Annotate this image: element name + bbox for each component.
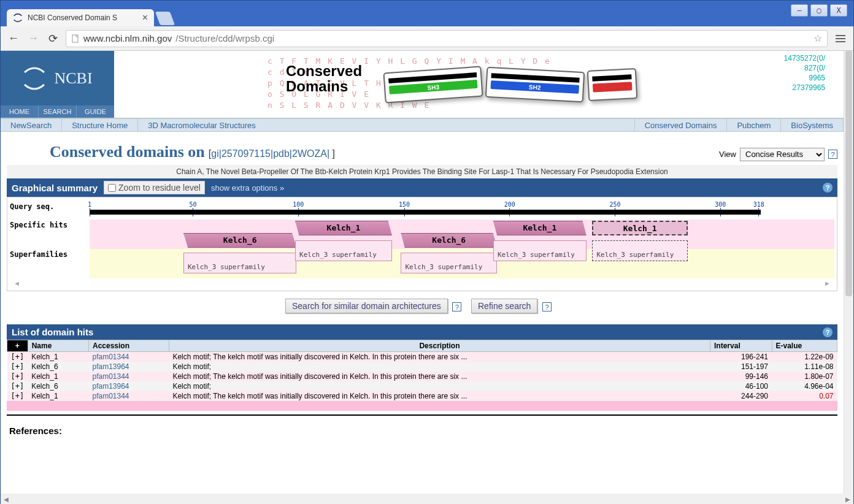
search-similar-arch-button[interactable]: Search for similar domain architectures xyxy=(285,299,448,313)
sf-box-2[interactable]: Kelch_3 superfamily xyxy=(295,240,392,261)
browser-tab[interactable]: NCBI Conserved Domain S × xyxy=(7,9,154,26)
hit-accession[interactable]: pfam01344 xyxy=(88,372,169,381)
refine-search-button[interactable]: Refine search xyxy=(471,299,537,313)
chain-description: Chain A, The Novel Beta-Propeller Of The… xyxy=(7,165,837,178)
svg-rect-0 xyxy=(72,35,78,42)
page-viewport: NCBI HOME SEARCH GUIDE c T F T M K E V I… xyxy=(1,51,853,494)
domain-kelch1-1[interactable]: Kelch_1 xyxy=(295,221,392,235)
ncbi-dna-icon xyxy=(22,66,47,91)
close-tab-icon[interactable]: × xyxy=(142,12,148,23)
nav-structure-home[interactable]: Structure Home xyxy=(62,119,138,131)
ncbi-home-link[interactable]: HOME xyxy=(1,105,39,118)
bookmark-star-icon[interactable]: ☆ xyxy=(814,32,822,44)
bottom-hscroll[interactable]: ◄► xyxy=(1,494,853,504)
hit-interval: 244-290 xyxy=(710,391,772,401)
browser-toolbar: ← → ⟳ www.ncbi.nlm.nih.gov/Structure/cdd… xyxy=(1,26,853,51)
scroll-thumb[interactable] xyxy=(845,51,852,296)
url-domain: www.ncbi.nlm.nih.gov xyxy=(83,33,172,44)
nav-conserved-domains[interactable]: Conserved Domains xyxy=(635,119,728,131)
action-buttons-row: Search for similar domain architectures … xyxy=(7,291,837,324)
sf-box-4[interactable]: Kelch_3 superfamily xyxy=(493,240,587,261)
col-accession[interactable]: Accession xyxy=(88,340,169,352)
reload-button[interactable]: ⟳ xyxy=(46,32,60,45)
nav-pubchem[interactable]: Pubchem xyxy=(727,119,781,131)
sf-box-5[interactable]: Kelch_3 superfamily xyxy=(592,240,687,261)
view-select[interactable]: Concise Results xyxy=(740,148,825,161)
zoom-checkbox[interactable]: Zoom to residue level xyxy=(104,181,205,194)
help-graph-icon[interactable]: ? xyxy=(823,183,833,193)
url-path: /Structure/cdd/wrpsb.cgi xyxy=(175,33,274,44)
nav-newsearch[interactable]: NewSearch xyxy=(1,119,62,131)
graphical-summary-title: Graphical summary xyxy=(12,183,98,193)
forward-button[interactable]: → xyxy=(26,32,40,45)
domain-kelch1-3[interactable]: Kelch_1 xyxy=(592,221,687,235)
banner-numbers: 14735272(0/827(0/996527379965 xyxy=(784,53,825,93)
expand-row-button[interactable]: [+] xyxy=(7,362,28,372)
help-hits-icon[interactable]: ? xyxy=(823,327,833,337)
hit-name: Kelch_6 xyxy=(28,362,88,372)
hit-accession[interactable]: pfam13964 xyxy=(88,381,169,391)
graph-hscroll[interactable]: ◄► xyxy=(10,278,834,288)
col-evalue[interactable]: E-value xyxy=(772,340,837,352)
show-extra-options-link[interactable]: show extra options » xyxy=(211,183,284,193)
nav-3d-structures[interactable]: 3D Macromolecular Structures xyxy=(138,119,634,131)
hit-interval: 151-197 xyxy=(710,362,772,372)
maximize-button[interactable]: ▢ xyxy=(810,4,828,17)
table-row[interactable]: [+]Kelch_6pfam13964Kelch motif;151-1971.… xyxy=(7,362,837,372)
domain-kelch6-2[interactable]: Kelch_6 xyxy=(401,233,497,248)
col-interval[interactable]: Interval xyxy=(710,340,772,352)
hit-accession[interactable]: pfam13964 xyxy=(88,362,169,372)
expand-row-button[interactable]: [+] xyxy=(7,352,28,362)
zoom-checkbox-input[interactable] xyxy=(108,184,116,192)
query-seq-label: Query seq. xyxy=(10,201,90,220)
expand-all-button[interactable]: + xyxy=(7,340,28,352)
sf-box-1[interactable]: Kelch_3 superfamily xyxy=(183,253,297,273)
ruler-row: Query seq. 1 50 100 150 200 250 300 318 xyxy=(10,201,834,220)
minimize-button[interactable]: — xyxy=(791,4,808,17)
vertical-scrollbar[interactable] xyxy=(844,51,853,494)
ncbi-logo-block[interactable]: NCBI HOME SEARCH GUIDE xyxy=(1,51,114,118)
hit-accession[interactable]: pfam01344 xyxy=(88,352,169,362)
gi-link[interactable]: gi|257097115|pdb|2WOZA| xyxy=(211,148,329,159)
title-row: Conserved domains on [gi|257097115|pdb|2… xyxy=(7,138,837,165)
hit-name: Kelch_1 xyxy=(28,352,88,362)
hit-accession[interactable]: pfam01344 xyxy=(88,391,169,401)
help-similar-icon[interactable]: ? xyxy=(452,302,461,311)
chrome-menu-button[interactable] xyxy=(834,32,847,45)
view-label: View xyxy=(719,150,736,159)
banner-title: ConservedDomains xyxy=(286,63,362,94)
specific-hits-track: Kelch_6 Kelch_1 Kelch_6 Kelch_1 Kelch_1 xyxy=(90,220,834,249)
ncbi-logo-text: NCBI xyxy=(54,69,92,88)
new-tab-button[interactable] xyxy=(155,12,175,25)
ncbi-header: NCBI HOME SEARCH GUIDE c T F T M K E V I… xyxy=(1,51,844,118)
page-icon xyxy=(71,34,80,43)
table-row[interactable]: [+]Kelch_1pfam01344Kelch motif; The kelc… xyxy=(7,391,837,401)
table-row[interactable]: [+]Kelch_1pfam01344Kelch motif; The kelc… xyxy=(7,372,837,381)
graphical-summary-panel: Query seq. 1 50 100 150 200 250 300 318 xyxy=(7,197,837,291)
table-row[interactable]: [+]Kelch_6pfam13964Kelch motif;46-1004.9… xyxy=(7,381,837,391)
help-view-icon[interactable]: ? xyxy=(828,150,837,159)
expand-row-button[interactable]: [+] xyxy=(7,381,28,391)
ncbi-guide-link[interactable]: GUIDE xyxy=(77,105,114,118)
col-name[interactable]: Name xyxy=(28,340,88,352)
expand-row-button[interactable]: [+] xyxy=(7,372,28,381)
col-description[interactable]: Description xyxy=(169,340,710,352)
banner-puzzle-art: SH3 SH2 xyxy=(384,69,637,100)
view-controls: View Concise Results ? xyxy=(719,148,837,161)
domain-kelch6-1[interactable]: Kelch_6 xyxy=(183,233,297,248)
back-button[interactable]: ← xyxy=(7,32,20,45)
domain-kelch1-2[interactable]: Kelch_1 xyxy=(493,221,587,235)
table-row[interactable]: [+]Kelch_1pfam01344Kelch motif; The kelc… xyxy=(7,352,837,362)
close-window-button[interactable]: X xyxy=(830,4,847,17)
url-bar[interactable]: www.ncbi.nlm.nih.gov/Structure/cdd/wrpsb… xyxy=(66,30,828,47)
expand-row-button[interactable]: [+] xyxy=(7,391,28,401)
ncbi-search-link[interactable]: SEARCH xyxy=(39,105,77,118)
sf-box-3[interactable]: Kelch_3 superfamily xyxy=(401,253,497,273)
hit-evalue: 0.07 xyxy=(772,391,837,401)
tab-title: NCBI Conserved Domain S xyxy=(28,13,117,22)
superfamilies-label: Superfamilies xyxy=(10,249,90,278)
nav-biosystems[interactable]: BioSystems xyxy=(781,119,844,131)
domain-hits-bar: List of domain hits ? xyxy=(7,324,837,340)
hit-evalue: 4.96e-04 xyxy=(772,381,837,391)
help-refine-icon[interactable]: ? xyxy=(542,302,552,311)
